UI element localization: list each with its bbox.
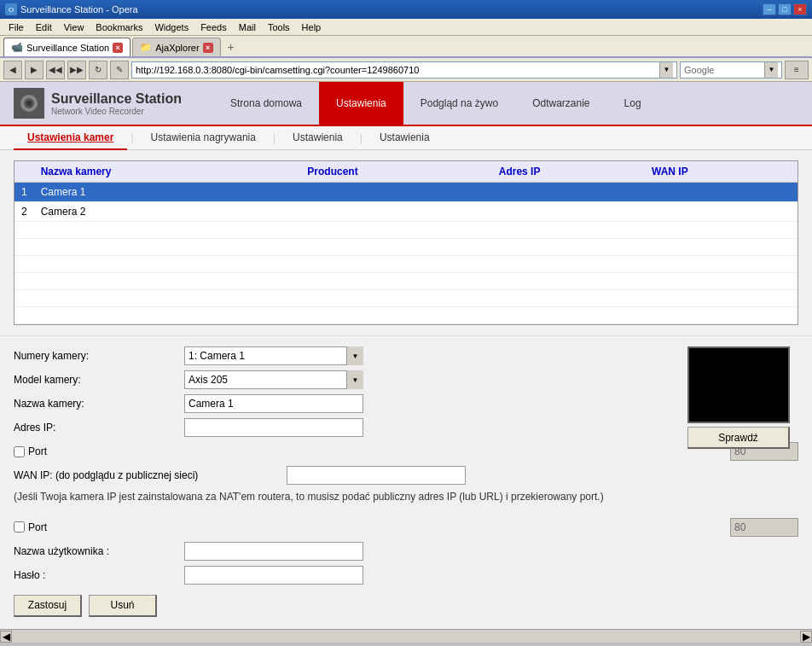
tab-surveillance-close[interactable]: × bbox=[113, 43, 123, 53]
col-header-ip[interactable]: Adres IP bbox=[492, 161, 645, 183]
wan-label: WAN IP: (do podglądu z publicznej sieci) bbox=[14, 469, 287, 481]
nav-menu-button[interactable]: ≡ bbox=[785, 61, 809, 79]
menu-feeds[interactable]: Feeds bbox=[195, 20, 232, 34]
nav-playback[interactable]: Odtwarzanie bbox=[515, 82, 606, 125]
close-button[interactable]: × bbox=[793, 3, 807, 15]
tab-bar: 📹 Surveillance Station × 📁 AjaXplorer × … bbox=[0, 36, 812, 58]
password-input[interactable] bbox=[184, 566, 363, 585]
tab-ajaxplorer-close[interactable]: × bbox=[203, 43, 213, 53]
form-row-wan: WAN IP: (do podglądu z publicznej sieci) bbox=[14, 466, 798, 485]
sub-nav-settings1[interactable]: Ustawienia bbox=[279, 126, 357, 150]
ip-input[interactable] bbox=[184, 418, 363, 437]
menu-file[interactable]: File bbox=[3, 20, 29, 34]
check-button[interactable]: Sprawdź bbox=[687, 427, 790, 449]
port-checkbox[interactable] bbox=[14, 446, 25, 457]
table-empty-row-6 bbox=[14, 307, 798, 324]
app-title-block: Surveillance Station Network Video Recor… bbox=[51, 91, 182, 116]
col-header-wan[interactable]: WAN IP bbox=[645, 161, 798, 183]
camera-number-select[interactable]: 1: Camera 1 2: Camera 2 bbox=[184, 346, 363, 365]
form-row-ip: Adres IP: bbox=[14, 418, 798, 437]
apply-button[interactable]: Zastosuj bbox=[14, 595, 82, 617]
wan-input[interactable] bbox=[287, 466, 466, 485]
menu-view[interactable]: View bbox=[59, 20, 90, 34]
maximize-button[interactable]: □ bbox=[778, 3, 792, 15]
address-text: http://192.168.0.3:8080/cgi-bin/camsetti… bbox=[136, 65, 419, 75]
model-label: Model kamery: bbox=[14, 374, 184, 386]
camera-name-input[interactable] bbox=[184, 394, 363, 413]
sub-nav-settings2[interactable]: Ustawienia bbox=[366, 126, 444, 150]
svg-point-2 bbox=[26, 101, 32, 106]
port2-input[interactable] bbox=[730, 518, 798, 537]
delete-button[interactable]: Usuń bbox=[89, 595, 157, 617]
sub-nav-recording[interactable]: Ustawienia nagrywania bbox=[137, 126, 270, 150]
address-bar[interactable]: http://192.168.0.3:8080/cgi-bin/camsetti… bbox=[131, 61, 677, 79]
nav-log[interactable]: Log bbox=[607, 82, 658, 125]
nav-live[interactable]: Podgląd na żywo bbox=[403, 82, 515, 125]
username-label: Nazwa użytkownika : bbox=[14, 545, 184, 557]
tab-surveillance[interactable]: 📹 Surveillance Station × bbox=[3, 38, 130, 56]
search-dropdown-arrow[interactable]: ▼ bbox=[764, 62, 778, 78]
window-controls: – □ × bbox=[763, 3, 807, 15]
app-header: Surveillance Station Network Video Recor… bbox=[0, 82, 812, 126]
scroll-right-button[interactable]: ▶ bbox=[800, 631, 812, 643]
row-wan-1 bbox=[645, 183, 798, 202]
nav-back-button[interactable]: ◀ bbox=[3, 61, 22, 79]
sub-nav-divider-3: | bbox=[357, 132, 366, 144]
nav-reload-button[interactable]: ↻ bbox=[89, 61, 107, 79]
table-empty-row-3 bbox=[14, 256, 798, 273]
nav-fastforward-button[interactable]: ▶▶ bbox=[67, 61, 86, 79]
scroll-left-button[interactable]: ◀ bbox=[0, 631, 12, 643]
nav-rewind-button[interactable]: ◀◀ bbox=[46, 61, 65, 79]
form-row-port2: Port bbox=[14, 518, 798, 537]
table-empty-row-5 bbox=[14, 290, 798, 307]
table-row[interactable]: 2 Camera 2 bbox=[14, 202, 798, 222]
port2-checkbox[interactable] bbox=[14, 521, 25, 533]
scroll-bar[interactable]: ◀ ▶ bbox=[0, 629, 812, 643]
row-name-1: Camera 1 bbox=[34, 183, 301, 202]
nav-edit-button[interactable]: ✎ bbox=[110, 61, 129, 79]
window-titlebar: O Surveillance Station - Opera – □ × bbox=[0, 0, 812, 19]
tab-surveillance-label: Surveillance Station bbox=[26, 43, 109, 53]
search-bar[interactable]: Google ▼ bbox=[680, 61, 782, 79]
app-icon: O bbox=[5, 3, 17, 15]
app-logo-area: Surveillance Station Network Video Recor… bbox=[0, 88, 213, 119]
row-ip-2 bbox=[492, 202, 645, 222]
nav-home[interactable]: Strona domowa bbox=[213, 82, 319, 125]
address-dropdown-arrow[interactable]: ▼ bbox=[659, 62, 673, 78]
col-header-producer[interactable]: Producent bbox=[300, 161, 491, 183]
menu-bookmarks[interactable]: Bookmarks bbox=[90, 20, 148, 34]
scroll-track[interactable] bbox=[26, 631, 786, 642]
col-header-num bbox=[14, 161, 34, 183]
note-text: (Jeśli Twoja kamera IP jest zainstalowan… bbox=[14, 490, 604, 504]
tab-ajaxplorer[interactable]: 📁 AjaXplorer × bbox=[132, 38, 220, 56]
model-select[interactable]: Axis 205 bbox=[184, 370, 363, 389]
new-tab-button[interactable]: + bbox=[223, 38, 240, 56]
password-label: Hasło : bbox=[14, 569, 184, 581]
nav-settings[interactable]: Ustawienia bbox=[319, 82, 403, 125]
row-producer-1 bbox=[300, 183, 491, 202]
nav-forward-button[interactable]: ▶ bbox=[25, 61, 44, 79]
camera-number-select-wrapper: 1: Camera 1 2: Camera 2 ▼ bbox=[184, 346, 363, 365]
form-row-model: Model kamery: Axis 205 ▼ bbox=[14, 370, 798, 389]
menu-widgets[interactable]: Widgets bbox=[149, 20, 194, 34]
username-input[interactable] bbox=[184, 542, 363, 561]
app-subtitle: Network Video Recorder bbox=[51, 107, 182, 116]
form-row-port: Port bbox=[14, 442, 798, 461]
menu-mail[interactable]: Mail bbox=[234, 20, 261, 34]
app-logo-icon bbox=[14, 88, 44, 119]
menu-bar: File Edit View Bookmarks Widgets Feeds M… bbox=[0, 19, 812, 36]
row-num-2: 2 bbox=[14, 202, 34, 222]
ip-label: Adres IP: bbox=[14, 422, 184, 434]
camera-number-label: Numery kamery: bbox=[14, 350, 184, 362]
minimize-button[interactable]: – bbox=[763, 3, 776, 15]
sub-nav-cameras[interactable]: Ustawienia kamer bbox=[14, 126, 127, 150]
menu-help[interactable]: Help bbox=[297, 20, 327, 34]
search-text: Google bbox=[684, 65, 714, 75]
table-row[interactable]: 1 Camera 1 bbox=[14, 183, 798, 202]
menu-tools[interactable]: Tools bbox=[263, 20, 295, 34]
form-row-name: Nazwa kamery: bbox=[14, 394, 798, 413]
menu-edit[interactable]: Edit bbox=[31, 20, 57, 34]
col-header-name[interactable]: Nazwa kamery bbox=[34, 161, 301, 183]
action-buttons: Zastosuj Usuń bbox=[14, 595, 798, 617]
table-empty-row-1 bbox=[14, 222, 798, 239]
